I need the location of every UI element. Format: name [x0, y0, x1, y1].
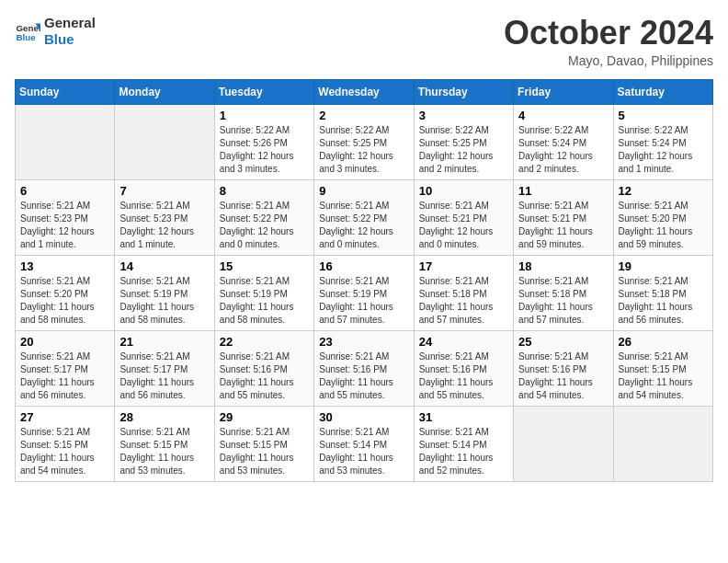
day-number: 20	[20, 335, 109, 349]
day-number: 12	[619, 184, 708, 198]
day-number: 9	[319, 184, 408, 198]
day-number: 7	[119, 184, 209, 198]
calendar-week-row: 27Sunrise: 5:21 AMSunset: 5:15 PMDayligh…	[16, 406, 713, 481]
calendar-cell: 24Sunrise: 5:21 AMSunset: 5:16 PMDayligh…	[414, 330, 513, 406]
cell-content: Sunrise: 5:22 AMSunset: 5:26 PMDaylight:…	[220, 124, 309, 176]
cell-content: Sunrise: 5:22 AMSunset: 5:24 PMDaylight:…	[518, 124, 608, 176]
cell-content: Sunrise: 5:21 AMSunset: 5:14 PMDaylight:…	[419, 426, 508, 477]
day-number: 29	[220, 410, 309, 424]
weekday-header: Wednesday	[314, 79, 414, 104]
cell-content: Sunrise: 5:22 AMSunset: 5:25 PMDaylight:…	[319, 124, 408, 176]
day-number: 14	[119, 259, 209, 273]
day-number: 24	[419, 335, 508, 349]
day-number: 26	[619, 335, 708, 349]
cell-content: Sunrise: 5:21 AMSunset: 5:15 PMDaylight:…	[619, 350, 708, 402]
cell-content: Sunrise: 5:21 AMSunset: 5:17 PMDaylight:…	[119, 350, 209, 402]
calendar-cell: 9Sunrise: 5:21 AMSunset: 5:22 PMDaylight…	[314, 179, 414, 255]
day-number: 17	[419, 259, 508, 273]
cell-content: Sunrise: 5:21 AMSunset: 5:21 PMDaylight:…	[419, 200, 508, 251]
day-number: 2	[319, 109, 408, 122]
calendar-cell	[613, 406, 712, 481]
calendar-cell: 28Sunrise: 5:21 AMSunset: 5:15 PMDayligh…	[115, 406, 214, 481]
calendar-cell: 15Sunrise: 5:21 AMSunset: 5:19 PMDayligh…	[214, 255, 313, 330]
calendar-cell	[115, 104, 214, 179]
day-number: 3	[419, 109, 508, 122]
day-number: 8	[220, 184, 309, 198]
header: General Blue General Blue October 2024 M…	[15, 15, 713, 68]
header-row: SundayMondayTuesdayWednesdayThursdayFrid…	[16, 79, 713, 104]
cell-content: Sunrise: 5:21 AMSunset: 5:22 PMDaylight:…	[319, 200, 408, 251]
cell-content: Sunrise: 5:21 AMSunset: 5:16 PMDaylight:…	[419, 350, 508, 402]
cell-content: Sunrise: 5:21 AMSunset: 5:19 PMDaylight:…	[319, 275, 408, 327]
cell-content: Sunrise: 5:21 AMSunset: 5:18 PMDaylight:…	[419, 275, 508, 327]
weekday-header: Sunday	[16, 79, 115, 104]
cell-content: Sunrise: 5:21 AMSunset: 5:15 PMDaylight:…	[119, 426, 209, 477]
cell-content: Sunrise: 5:21 AMSunset: 5:17 PMDaylight:…	[20, 350, 109, 402]
cell-content: Sunrise: 5:22 AMSunset: 5:24 PMDaylight:…	[619, 124, 708, 176]
calendar-week-row: 6Sunrise: 5:21 AMSunset: 5:23 PMDaylight…	[16, 179, 713, 255]
day-number: 13	[20, 259, 109, 273]
calendar-cell: 5Sunrise: 5:22 AMSunset: 5:24 PMDaylight…	[613, 104, 712, 179]
logo-icon: General Blue	[15, 18, 40, 44]
calendar-body: 1Sunrise: 5:22 AMSunset: 5:26 PMDaylight…	[16, 104, 713, 481]
month-title: October 2024	[504, 15, 713, 52]
calendar-cell: 16Sunrise: 5:21 AMSunset: 5:19 PMDayligh…	[314, 255, 414, 330]
calendar-cell: 17Sunrise: 5:21 AMSunset: 5:18 PMDayligh…	[414, 255, 513, 330]
calendar-cell: 19Sunrise: 5:21 AMSunset: 5:18 PMDayligh…	[613, 255, 712, 330]
cell-content: Sunrise: 5:21 AMSunset: 5:19 PMDaylight:…	[220, 275, 309, 327]
day-number: 11	[518, 184, 608, 198]
cell-content: Sunrise: 5:21 AMSunset: 5:16 PMDaylight:…	[518, 350, 608, 402]
day-number: 22	[220, 335, 309, 349]
cell-content: Sunrise: 5:21 AMSunset: 5:20 PMDaylight:…	[619, 200, 708, 251]
day-number: 6	[20, 184, 109, 198]
day-number: 27	[20, 410, 109, 424]
calendar-cell: 21Sunrise: 5:21 AMSunset: 5:17 PMDayligh…	[115, 330, 214, 406]
calendar-cell: 27Sunrise: 5:21 AMSunset: 5:15 PMDayligh…	[16, 406, 115, 481]
cell-content: Sunrise: 5:21 AMSunset: 5:15 PMDaylight:…	[20, 426, 109, 477]
calendar-cell: 14Sunrise: 5:21 AMSunset: 5:19 PMDayligh…	[115, 255, 214, 330]
day-number: 19	[619, 259, 708, 273]
calendar-cell: 23Sunrise: 5:21 AMSunset: 5:16 PMDayligh…	[314, 330, 414, 406]
day-number: 4	[518, 109, 608, 122]
day-number: 21	[119, 335, 209, 349]
calendar-cell: 26Sunrise: 5:21 AMSunset: 5:15 PMDayligh…	[613, 330, 712, 406]
cell-content: Sunrise: 5:21 AMSunset: 5:20 PMDaylight:…	[20, 275, 109, 327]
calendar-cell: 22Sunrise: 5:21 AMSunset: 5:16 PMDayligh…	[214, 330, 313, 406]
calendar-cell: 2Sunrise: 5:22 AMSunset: 5:25 PMDaylight…	[314, 104, 414, 179]
cell-content: Sunrise: 5:21 AMSunset: 5:18 PMDaylight:…	[619, 275, 708, 327]
cell-content: Sunrise: 5:21 AMSunset: 5:22 PMDaylight:…	[220, 200, 309, 251]
calendar-cell: 1Sunrise: 5:22 AMSunset: 5:26 PMDaylight…	[214, 104, 313, 179]
weekday-header: Monday	[115, 79, 214, 104]
calendar-cell: 12Sunrise: 5:21 AMSunset: 5:20 PMDayligh…	[613, 179, 712, 255]
weekday-header: Tuesday	[214, 79, 313, 104]
cell-content: Sunrise: 5:22 AMSunset: 5:25 PMDaylight:…	[419, 124, 508, 176]
cell-content: Sunrise: 5:21 AMSunset: 5:18 PMDaylight:…	[518, 275, 608, 327]
day-number: 23	[319, 335, 408, 349]
calendar-cell: 7Sunrise: 5:21 AMSunset: 5:23 PMDaylight…	[115, 179, 214, 255]
calendar-cell: 30Sunrise: 5:21 AMSunset: 5:14 PMDayligh…	[314, 406, 414, 481]
day-number: 5	[619, 109, 708, 122]
weekday-header: Thursday	[414, 79, 513, 104]
weekday-header: Saturday	[613, 79, 712, 104]
cell-content: Sunrise: 5:21 AMSunset: 5:19 PMDaylight:…	[119, 275, 209, 327]
calendar-cell: 4Sunrise: 5:22 AMSunset: 5:24 PMDaylight…	[514, 104, 613, 179]
calendar-week-row: 20Sunrise: 5:21 AMSunset: 5:17 PMDayligh…	[16, 330, 713, 406]
weekday-header: Friday	[514, 79, 613, 104]
cell-content: Sunrise: 5:21 AMSunset: 5:16 PMDaylight:…	[220, 350, 309, 402]
calendar-cell: 25Sunrise: 5:21 AMSunset: 5:16 PMDayligh…	[514, 330, 613, 406]
cell-content: Sunrise: 5:21 AMSunset: 5:16 PMDaylight:…	[319, 350, 408, 402]
calendar-cell: 6Sunrise: 5:21 AMSunset: 5:23 PMDaylight…	[16, 179, 115, 255]
calendar-cell: 20Sunrise: 5:21 AMSunset: 5:17 PMDayligh…	[16, 330, 115, 406]
day-number: 30	[319, 410, 408, 424]
calendar-cell: 3Sunrise: 5:22 AMSunset: 5:25 PMDaylight…	[414, 104, 513, 179]
calendar-cell: 18Sunrise: 5:21 AMSunset: 5:18 PMDayligh…	[514, 255, 613, 330]
calendar-week-row: 1Sunrise: 5:22 AMSunset: 5:26 PMDaylight…	[16, 104, 713, 179]
cell-content: Sunrise: 5:21 AMSunset: 5:23 PMDaylight:…	[20, 200, 109, 251]
calendar-cell: 11Sunrise: 5:21 AMSunset: 5:21 PMDayligh…	[514, 179, 613, 255]
day-number: 15	[220, 259, 309, 273]
svg-text:Blue: Blue	[16, 32, 36, 42]
logo-line1: General	[44, 15, 96, 31]
cell-content: Sunrise: 5:21 AMSunset: 5:21 PMDaylight:…	[518, 200, 608, 251]
day-number: 25	[518, 335, 608, 349]
calendar-cell: 10Sunrise: 5:21 AMSunset: 5:21 PMDayligh…	[414, 179, 513, 255]
